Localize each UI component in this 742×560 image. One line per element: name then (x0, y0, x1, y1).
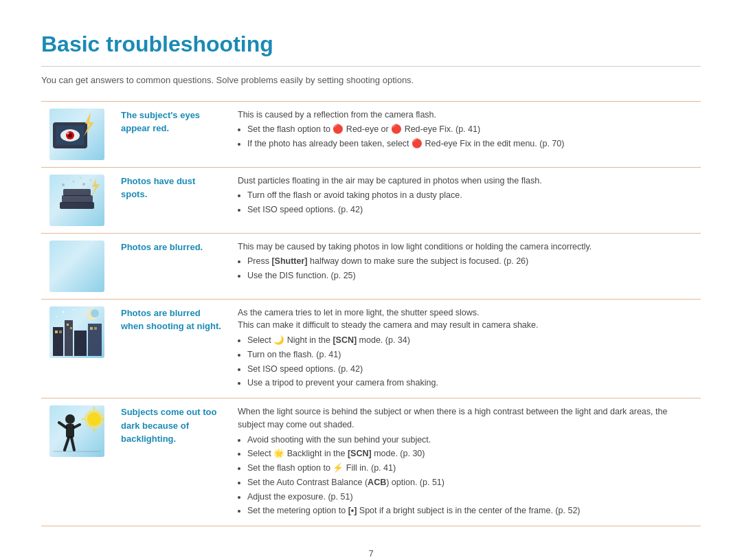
label-backlight: Subjects come out too dark because of ba… (113, 399, 229, 526)
svg-rect-39 (66, 424, 74, 438)
bullet-item: Set the Auto Contrast Balance (ACB) opti… (247, 476, 693, 489)
img-cell-night (41, 299, 113, 399)
svg-rect-24 (70, 327, 72, 329)
icon-night (49, 306, 104, 358)
icon-dust (49, 175, 104, 226)
desc-blurred: This may be caused by taking photos in l… (229, 233, 701, 299)
img-cell-blurred (41, 233, 113, 299)
svg-line-40 (59, 423, 66, 427)
bullet-item: Set the flash option to ⚡ Fill in. (p. 4… (247, 462, 693, 475)
table-row: Subjects come out too dark because of ba… (41, 399, 701, 526)
desc-bullets: Select 🌙 Night in the [SCN] mode. (p. 34… (247, 334, 693, 390)
svg-point-28 (91, 309, 99, 317)
desc-bullets: Press [Shutter] halfway down to make sur… (247, 255, 693, 282)
desc-intro: This is caused by a reflection from the … (238, 109, 693, 122)
svg-point-15 (80, 177, 81, 179)
svg-rect-23 (67, 324, 69, 326)
desc-intro: This may be caused by taking photos in l… (238, 240, 693, 254)
label-red-eye: The subject's eyes appear red. (113, 101, 229, 167)
table-row: The subject's eyes appear red.This is ca… (41, 101, 701, 167)
bullet-item: Set the flash option to 🔴 Red-eye or 🔴 R… (247, 123, 693, 136)
page-subtitle: You can get answers to common questions.… (41, 74, 701, 87)
bullet-item: Select 🌟 Backlight in the [SCN] mode. (p… (247, 447, 693, 460)
label-dust: Photos have dust spots. (113, 167, 229, 233)
svg-point-13 (90, 179, 92, 181)
svg-point-31 (56, 316, 57, 317)
bullet-item: Set ISO speed options. (p. 42) (247, 203, 693, 216)
desc-dust: Dust particles floating in the air may b… (229, 167, 701, 233)
page-number: 7 (41, 547, 701, 560)
svg-rect-19 (74, 331, 87, 356)
page-title: Basic troubleshooting (41, 27, 701, 67)
svg-point-12 (82, 183, 85, 186)
svg-point-10 (62, 183, 65, 186)
desc-backlight: When the light source is behind the subj… (229, 399, 701, 526)
svg-rect-9 (63, 189, 91, 196)
bullet-item: Avoid shooting with the sun behind your … (247, 434, 693, 447)
img-cell-dust (41, 167, 113, 233)
icon-red-eye (49, 109, 104, 160)
svg-point-33 (87, 412, 101, 426)
svg-rect-8 (62, 195, 93, 203)
desc-bullets: Avoid shooting with the sun behind your … (247, 434, 693, 518)
bullet-item: Select 🌙 Night in the [SCN] mode. (p. 34… (247, 334, 693, 347)
img-cell-backlight (41, 399, 113, 526)
svg-point-29 (63, 311, 65, 313)
table-row: Photos are blurred.This may be caused by… (41, 233, 701, 299)
troubleshoot-table: The subject's eyes appear red.This is ca… (41, 101, 701, 527)
svg-point-14 (68, 178, 69, 179)
svg-marker-16 (91, 178, 100, 197)
bullet-item: Use a tripod to prevent your camera from… (247, 377, 693, 390)
desc-intro: This can make it difficult to steady the… (238, 319, 693, 332)
svg-rect-22 (59, 331, 62, 333)
svg-point-11 (73, 180, 75, 182)
table-row: Photos have dust spots.Dust particles fl… (41, 167, 701, 233)
svg-point-30 (73, 309, 74, 311)
desc-intro: As the camera tries to let in more light… (238, 306, 693, 320)
svg-rect-7 (60, 202, 94, 209)
svg-line-41 (74, 425, 80, 427)
svg-point-6 (67, 132, 69, 134)
desc-red-eye: This is caused by a reflection from the … (229, 101, 701, 167)
img-cell-red-eye (41, 101, 113, 167)
icon-backlight (49, 405, 104, 457)
bullet-item: Press [Shutter] halfway down to make sur… (247, 255, 693, 268)
bullet-item: Turn on the flash. (p. 41) (247, 348, 693, 361)
svg-line-43 (71, 438, 74, 450)
table-row: Photos are blurred when shooting at nigh… (41, 299, 701, 399)
bullet-item: Adjust the exposure. (p. 51) (247, 491, 693, 504)
bullet-item: Set the metering option to [•] Spot if a… (247, 504, 693, 517)
desc-night: As the camera tries to let in more light… (229, 299, 701, 399)
desc-intro: Dust particles floating in the air may b… (238, 175, 693, 188)
svg-rect-25 (90, 327, 93, 330)
bullet-item: Turn off the flash or avoid taking photo… (247, 189, 693, 202)
bullet-item: Set ISO speed options. (p. 42) (247, 363, 693, 376)
svg-point-38 (65, 414, 75, 424)
label-blurred: Photos are blurred. (113, 233, 229, 299)
bullet-item: If the photo has already been taken, sel… (247, 137, 693, 150)
svg-line-42 (65, 438, 69, 450)
icon-blurred (49, 240, 104, 292)
svg-rect-26 (94, 327, 97, 330)
bullet-item: Use the DIS function. (p. 25) (247, 269, 693, 282)
svg-rect-21 (55, 331, 58, 333)
desc-bullets: Turn off the flash or avoid taking photo… (247, 189, 693, 216)
desc-bullets: Set the flash option to 🔴 Red-eye or 🔴 R… (247, 123, 693, 150)
desc-intro: When the light source is behind the subj… (238, 405, 693, 432)
label-night: Photos are blurred when shooting at nigh… (113, 299, 229, 399)
